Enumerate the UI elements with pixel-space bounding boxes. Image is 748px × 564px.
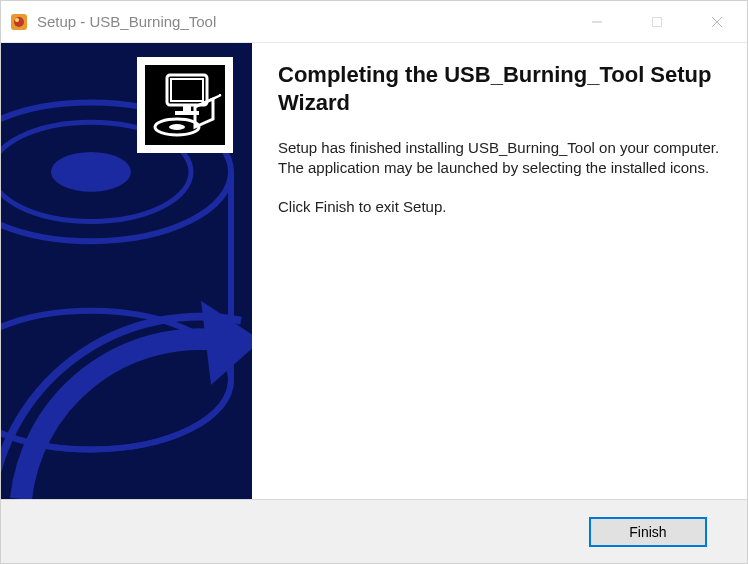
svg-rect-4 <box>653 17 662 26</box>
svg-point-1 <box>14 17 24 27</box>
content-area: Completing the USB_Burning_Tool Setup Wi… <box>1 43 747 499</box>
titlebar: Setup - USB_Burning_Tool <box>1 1 747 43</box>
window-controls <box>567 1 747 42</box>
body-paragraph-2: Click Finish to exit Setup. <box>278 197 723 217</box>
minimize-button[interactable] <box>567 1 627 42</box>
close-button[interactable] <box>687 1 747 42</box>
svg-point-2 <box>15 18 19 22</box>
svg-point-19 <box>169 124 185 130</box>
body-paragraph-1: Setup has finished installing USB_Burnin… <box>278 138 723 179</box>
setup-window: Setup - USB_Burning_Tool <box>0 0 748 564</box>
svg-point-10 <box>51 152 131 192</box>
window-title: Setup - USB_Burning_Tool <box>37 13 567 30</box>
main-panel: Completing the USB_Burning_Tool Setup Wi… <box>252 43 747 499</box>
finish-button[interactable]: Finish <box>589 517 707 547</box>
footer: Finish <box>1 499 747 563</box>
computer-icon <box>137 57 233 153</box>
page-heading: Completing the USB_Burning_Tool Setup Wi… <box>278 61 723 116</box>
svg-rect-16 <box>183 105 191 111</box>
maximize-button <box>627 1 687 42</box>
wizard-banner <box>1 43 252 499</box>
app-icon <box>9 12 29 32</box>
